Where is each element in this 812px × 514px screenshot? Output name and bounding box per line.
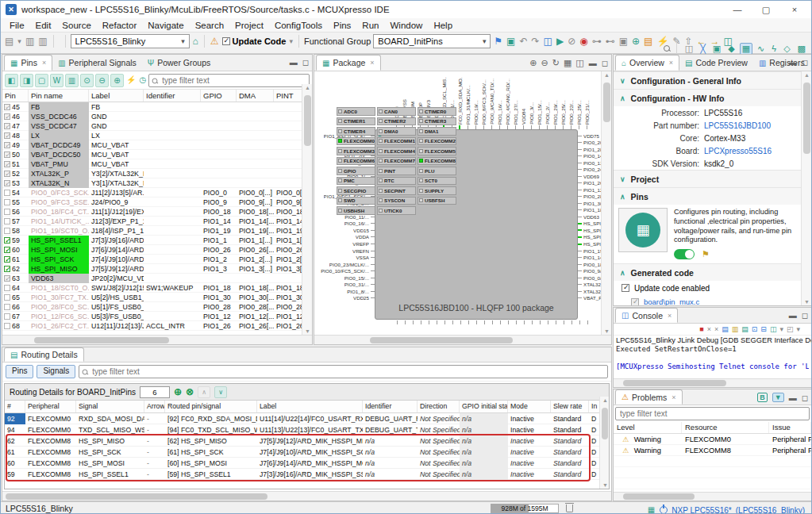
pin-checkbox[interactable] — [4, 132, 10, 139]
peripheral-block[interactable]: SECPINT — [377, 186, 416, 195]
update-code-checkbox[interactable] — [222, 37, 230, 45]
package-pin-left[interactable]: VDD15 — [314, 227, 375, 234]
package-toolbar-icon[interactable]: ↻ — [552, 58, 560, 68]
functional-group-combo[interactable]: BOARD_InitPins▾ — [373, 34, 491, 48]
move-down-icon[interactable]: ∨ — [214, 386, 227, 398]
package-pin-left[interactable]: PIO0_15/... — [314, 274, 375, 282]
column-header[interactable]: DMA — [237, 90, 274, 102]
column-header[interactable]: Signal — [76, 401, 144, 412]
vertical-scrollbar[interactable]: ▲▼ — [302, 84, 312, 335]
tab-problems[interactable]: ⚠ Problems × — [615, 389, 683, 405]
pin-checkbox[interactable] — [4, 285, 10, 291]
pins-filter-input[interactable] — [148, 74, 310, 87]
console-toolbar-icon[interactable]: ⊡ — [752, 325, 758, 333]
toolbar-icon[interactable]: ▶ — [556, 35, 564, 48]
pin-checkbox[interactable] — [4, 247, 10, 253]
peripheral-block[interactable]: CAN0 — [377, 107, 416, 116]
peripheral-block[interactable]: SYSCON — [377, 197, 416, 205]
pin-checkbox[interactable] — [4, 294, 10, 301]
table-row[interactable]: 58 PIO1_19/SCT0_O... J18[4]/ISP_P1_19 PI… — [2, 226, 312, 236]
add-route-icon[interactable]: ⊕ — [174, 386, 182, 397]
pin-checkbox[interactable] — [4, 275, 10, 282]
package-pin-left[interactable]: PIO0_31/... — [314, 281, 375, 288]
table-row[interactable]: 46 VSS_DCDC46 GND — [2, 112, 312, 121]
menu-item[interactable]: Window — [384, 21, 428, 30]
vertical-scrollbar[interactable]: ▲▼ — [599, 397, 609, 489]
update-code-enabled-checkbox[interactable] — [622, 284, 629, 292]
table-row[interactable]: 56 PIO0_18/FC4_CT... J11[1]/J12[19]/EX..… — [2, 207, 312, 217]
package-pin-top[interactable]: PIO0_19/... — [471, 74, 479, 129]
minimize-icon[interactable]: — — [725, 5, 749, 14]
console-toolbar-icon[interactable]: ▾ — [796, 325, 800, 333]
peripheral-block[interactable]: FLEXCOMM0 — [337, 137, 375, 146]
column-header[interactable]: GPIO — [201, 90, 237, 102]
package-pin-right[interactable]: VDD63 — [578, 213, 601, 221]
horizontal-scrollbar[interactable] — [614, 492, 811, 501]
pin-checkbox[interactable] — [4, 142, 10, 148]
toolbar-icon[interactable]: ↶ — [518, 35, 528, 48]
table-row[interactable]: 63 VDD63 JP20[2]/MCU_VDD — [2, 274, 312, 283]
table-row[interactable]: 64 PIO1_18/SCT0_O... SW1/J8[2]/J12[15...… — [2, 283, 312, 293]
package-pin-top[interactable]: PIO0_9/CAN0_TD/... — [487, 74, 495, 129]
routing-row[interactable]: 92 FLEXCOMM0 RXD_SDA_MOSI_DATA - [92] FC… — [5, 413, 609, 424]
package-pin-left[interactable]: VREFP — [314, 240, 375, 247]
toolbar-icon[interactable]: ↷ — [531, 35, 541, 48]
routing-count-field[interactable]: 6 — [140, 386, 170, 398]
pin-checkbox[interactable] — [4, 152, 10, 158]
column-header[interactable]: Label — [257, 401, 363, 412]
peripheral-block[interactable]: CTIMER2 — [377, 117, 416, 126]
peripheral-block[interactable]: FLEXCOMM6 — [337, 157, 375, 166]
table-row[interactable]: 49 VBAT_DCDC49 MCU_VBAT — [2, 140, 312, 150]
perspective-icon[interactable]: ◇ — [781, 43, 792, 55]
pin-checkbox[interactable] — [4, 323, 10, 329]
toolbar-icon[interactable]: ▣ — [618, 35, 629, 48]
package-pin-right[interactable]: XTAL32K_P — [578, 288, 601, 295]
package-pin-right[interactable]: XTAL32K_N — [578, 281, 601, 288]
heap-status-gauge[interactable]: 928M of 1595M — [491, 504, 559, 513]
perspective-icon[interactable]: ◫ — [683, 43, 695, 55]
package-pin-top[interactable]: PIO0_2/... — [543, 74, 551, 129]
minimize-view-icon[interactable]: ▬ — [290, 58, 298, 67]
peripheral-block[interactable]: FLEXCOMM3 — [337, 147, 375, 155]
delete-route-icon[interactable]: ⊗ — [186, 386, 194, 397]
peripheral-block[interactable]: UTICK0 — [377, 206, 416, 215]
package-pin-left[interactable]: VSSA — [314, 254, 375, 261]
package-pin-right[interactable]: PIO0_9/FC... — [578, 267, 601, 274]
package-pin-top[interactable]: PIO1_15/... — [535, 74, 543, 129]
pin-checkbox[interactable] — [4, 123, 10, 129]
package-toolbar-icon[interactable]: ⊖ — [541, 58, 548, 68]
table-row[interactable]: 50 VBAT_DCDC50 MCU_VBAT — [2, 150, 312, 159]
package-pin-right[interactable]: VBAT_PM... — [578, 294, 601, 301]
peripheral-block[interactable]: FLEXCOMM8 — [418, 157, 456, 166]
maximize-icon[interactable]: ▢ — [754, 5, 778, 15]
column-header[interactable]: Mode — [508, 401, 551, 412]
package-pin-left[interactable]: PIO0_16/... — [314, 221, 375, 228]
maximize-view-icon[interactable]: ◻ — [602, 59, 608, 67]
pin-checkbox[interactable] — [4, 199, 10, 205]
table-row[interactable]: 65 PIO1_30/FC7_TX... U5[2]/HS_USB1_... P… — [2, 293, 312, 302]
routing-row[interactable]: 62 FLEXCOMM8 HS_SPI_MISO - [62] HS_SPI_M… — [5, 435, 609, 447]
horizontal-scrollbar[interactable] — [2, 335, 312, 344]
section-generated-code[interactable]: ∧Generated code — [614, 263, 811, 281]
routing-row[interactable]: 94 FLEXCOMM0 TXD_SCL_MISO_WS - [94] FC0_… — [5, 424, 609, 435]
table-row[interactable]: 66 PIO0_28/FC0_SC... U5[1]/FS_USB0_... P… — [2, 302, 312, 312]
table-row[interactable]: 62 HS_SPI_MISO J7[5]/J9[12]/ARD... PIO1_… — [2, 264, 312, 274]
project-link[interactable]: (LPC55S16_Blinky) — [736, 506, 805, 514]
column-header[interactable]: GPIO initial state — [460, 401, 508, 412]
console-toolbar-icon[interactable]: ▥ — [732, 325, 739, 333]
vertical-scrollbar[interactable]: ▲▼ — [601, 71, 611, 335]
peripheral-block[interactable]: PINT — [377, 167, 416, 175]
package-pin-right[interactable]: HS_SPI_M... — [578, 221, 601, 228]
section-hw-info[interactable]: ∧Configuration - HW Info — [614, 89, 811, 106]
routing-filter-input[interactable] — [79, 365, 608, 378]
table-row[interactable]: 45 FB FB — [2, 102, 312, 112]
column-header[interactable]: Routed pin/signal — [165, 401, 257, 412]
peripheral-block[interactable]: SUPPLY — [418, 186, 456, 195]
file-link[interactable]: board\pin_mux.c — [644, 297, 699, 305]
signals-toggle-button[interactable]: Signals — [37, 365, 75, 378]
pin-checkbox[interactable] — [4, 171, 10, 177]
package-pin-top[interactable]: PIO1_31/MCLK/... — [464, 74, 471, 129]
peripheral-block[interactable]: RTC — [377, 177, 416, 186]
pin-checkbox[interactable] — [4, 218, 10, 224]
package-pin-right[interactable]: PIO1_12/F... — [578, 186, 601, 194]
